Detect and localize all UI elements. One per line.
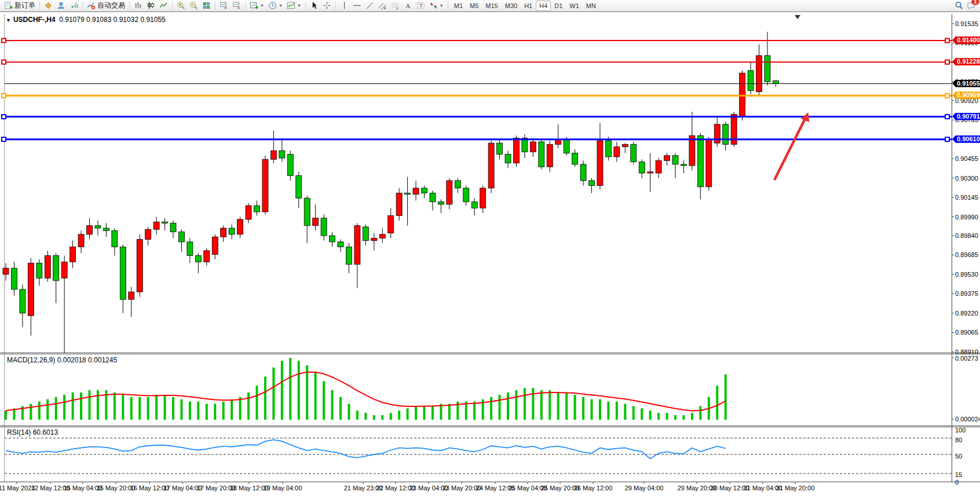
community-icon xyxy=(57,1,65,10)
time-tick-label: 11 May 2023 xyxy=(0,485,35,491)
time-tick-label: 15 May 20:00 xyxy=(97,485,136,491)
bar-chart-icon xyxy=(134,1,142,10)
new-chart-icon xyxy=(250,1,258,10)
timeframe-M5[interactable]: M5 xyxy=(466,1,482,11)
chart-canvas[interactable] xyxy=(0,12,980,499)
candle-chart-button[interactable] xyxy=(145,1,157,11)
trendline-button[interactable] xyxy=(364,1,376,11)
equidistant-channel-icon: E xyxy=(378,1,387,10)
equidistant-channel-button[interactable]: E xyxy=(376,1,389,11)
new-order-button[interactable]: 新订单 xyxy=(2,1,37,11)
timeframe-W1[interactable]: W1 xyxy=(566,1,583,11)
chevron-down-icon: ▼ xyxy=(279,3,283,8)
arrange-vertical-button[interactable] xyxy=(231,1,243,11)
cursor-button[interactable] xyxy=(308,1,320,11)
toolbar-separator xyxy=(215,2,215,10)
price-tick-label: 0.89375 xyxy=(955,290,978,297)
vertical-line-button[interactable] xyxy=(338,1,350,11)
price-line-badge: 0.91228 xyxy=(952,58,980,65)
time-tick-label: 23 May 20:00 xyxy=(443,485,481,491)
price-tick-label: 0.90145 xyxy=(955,194,978,201)
price-tick-label: 0.89840 xyxy=(955,232,978,239)
timeframe-M30[interactable]: M30 xyxy=(502,1,521,11)
toolbar-right-group: 1 xyxy=(955,1,978,10)
chart-menu-triangle-icon[interactable]: ▼ xyxy=(6,17,11,23)
profiles-clock-icon xyxy=(268,1,277,10)
text-button[interactable]: A xyxy=(402,1,414,11)
svg-text:E: E xyxy=(384,6,386,10)
rsi-scale-label: 80 xyxy=(955,436,962,443)
price-tick-label: 0.89530 xyxy=(955,271,978,278)
time-tick-label: 26 May 12:00 xyxy=(574,485,613,491)
auto-trading-label: 自动交易 xyxy=(97,1,125,10)
timeframe-M15[interactable]: M15 xyxy=(482,1,501,11)
signal-icon xyxy=(70,1,78,10)
timeframe-M1[interactable]: M1 xyxy=(451,1,466,11)
chart-window[interactable]: ▼USDCHF-,H4 0.91079 0.91083 0.91032 0.91… xyxy=(0,12,980,499)
toolbar-separator xyxy=(172,2,173,10)
crosshair-button[interactable] xyxy=(321,1,333,11)
bar-chart-button[interactable] xyxy=(132,1,144,11)
timeframe-MN[interactable]: MN xyxy=(583,1,599,11)
arrange-a-icon xyxy=(220,1,228,10)
time-tick-label: 17 May 04:00 xyxy=(163,485,202,491)
time-tick-label: 18 May 12:00 xyxy=(230,485,269,491)
timeframe-D1[interactable]: D1 xyxy=(551,1,566,11)
tile-windows-button[interactable] xyxy=(200,1,213,11)
rsi-label: RSI(14) 60.6013 xyxy=(7,428,58,436)
price-tick-label: 0.90300 xyxy=(955,175,978,182)
chevron-down-icon: ▼ xyxy=(297,3,301,8)
macd-scale-top: 0.00273 xyxy=(955,355,978,362)
horizontal-line-button[interactable] xyxy=(351,1,363,11)
candle-chart-icon xyxy=(147,1,155,10)
timeframe-group: M1M5M15M30H1H4D1W1MN xyxy=(451,1,599,11)
templates-icon xyxy=(287,1,295,10)
community-button[interactable] xyxy=(55,1,67,11)
arrange-windows-button[interactable] xyxy=(218,1,230,11)
signals-button[interactable] xyxy=(68,1,80,11)
auto-trading-button[interactable]: 自动交易 xyxy=(85,1,127,11)
text-label-button[interactable]: T xyxy=(415,1,427,11)
trendline-icon xyxy=(365,1,374,10)
chart-info-line: ▼USDCHF-,H4 0.91079 0.91083 0.91032 0.91… xyxy=(6,16,166,24)
chart-shift-marker[interactable] xyxy=(795,15,800,19)
notification-badge: 1 xyxy=(971,0,979,5)
price-tick-label: 0.91535 xyxy=(955,20,978,27)
timeframe-H4[interactable]: H4 xyxy=(536,1,551,11)
zoom-in-icon xyxy=(177,1,185,10)
search-icon[interactable] xyxy=(955,1,963,10)
price-line-badge: 0.91400 xyxy=(952,36,980,44)
profiles-button[interactable]: ▼ xyxy=(266,1,284,11)
price-line-badge: 0.90610 xyxy=(952,135,980,143)
price-tick-label: 0.89220 xyxy=(955,310,978,317)
new-chart-button[interactable]: ▼ xyxy=(248,1,266,11)
price-tick-label: 0.89685 xyxy=(955,251,978,258)
time-tick-label: 19 May 04:00 xyxy=(264,485,302,491)
chat-button[interactable]: 1 xyxy=(967,1,975,10)
line-chart-button[interactable] xyxy=(158,1,170,11)
timeframe-H1[interactable]: H1 xyxy=(521,1,536,11)
new-order-label: 新订单 xyxy=(14,1,35,10)
line-chart-icon xyxy=(159,1,168,10)
templates-button[interactable]: ▼ xyxy=(285,1,303,11)
chart-symbol: USDCHF-,H4 xyxy=(13,16,56,24)
arrows-icon xyxy=(429,1,438,10)
zoom-out-button[interactable] xyxy=(188,1,200,11)
arrange-b-icon xyxy=(232,1,241,10)
vertical-line-icon xyxy=(340,1,349,10)
price-tick-label: 0.89065 xyxy=(955,329,978,336)
horizontal-line-icon xyxy=(353,1,361,10)
fibonacci-icon: F xyxy=(391,1,400,10)
cursor-icon xyxy=(310,1,319,10)
metaquotes-button[interactable] xyxy=(42,1,54,11)
arrows-button[interactable]: ▼ xyxy=(427,1,445,11)
toolbar: 新订单 自动交易 ▼ ▼ xyxy=(0,0,980,12)
fibonacci-button[interactable]: F xyxy=(389,1,401,11)
tile-windows-icon xyxy=(202,1,211,10)
metaquotes-gold-icon xyxy=(44,1,53,10)
zoom-in-button[interactable] xyxy=(175,1,187,11)
rsi-scale-label: 100 xyxy=(955,427,966,434)
toolbar-separator xyxy=(245,2,246,10)
price-tick-label: 0.90455 xyxy=(955,155,978,162)
text-icon: A xyxy=(404,1,412,10)
